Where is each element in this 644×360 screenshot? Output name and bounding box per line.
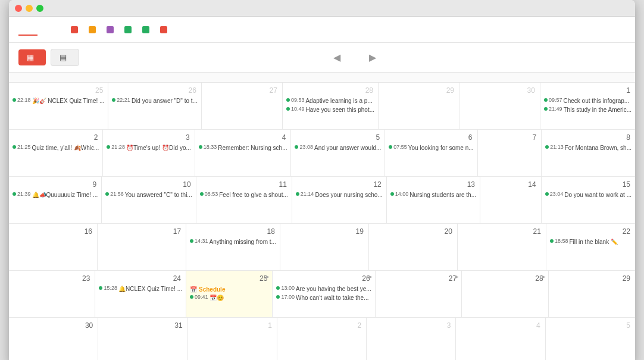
event-item-0[interactable]: 14:31 Anything missing from t... xyxy=(189,238,277,246)
event-item-0[interactable]: 21:56 You answered "C" to thi... xyxy=(104,191,193,199)
day-cell-w2-d0[interactable]: 921:39 🔔📣Quuuuuuiz Time! ... xyxy=(9,177,102,223)
event-item-0[interactable]: 21:14 Does your nursing scho... xyxy=(295,191,384,199)
day-number: 19 xyxy=(283,226,366,238)
day-cell-w2-d3[interactable]: 1221:14 Does your nursing scho... xyxy=(292,177,387,223)
event-item-0[interactable]: 18:33 Remember: Nursing sch... xyxy=(198,144,289,152)
schedule-label: Schedule xyxy=(199,286,225,293)
day-number: 11 xyxy=(199,179,289,191)
day-cell-w5-d1[interactable]: 31 xyxy=(98,318,187,360)
day-events: 23:04 Do you want to work at ... xyxy=(544,191,633,199)
day-cell-w3-d1[interactable]: 17 xyxy=(98,224,186,270)
day-cell-w3-d3[interactable]: 19 xyxy=(280,224,369,270)
day-cell-w3-d0[interactable]: 16 xyxy=(9,224,98,270)
day-cell-w4-d4[interactable]: ➤27 xyxy=(376,271,462,317)
event-time: 23:04 xyxy=(550,191,564,198)
day-cell-w5-d2[interactable]: 1 xyxy=(188,318,277,360)
event-item-0[interactable]: 18:58 Fill in the blank ✏️ xyxy=(549,238,633,246)
day-cell-w1-d1[interactable]: 321:28 ⏰Time's up! ⏰Did yo... xyxy=(103,130,195,176)
event-time: 23:08 xyxy=(299,144,313,151)
day-cell-w2-d1[interactable]: 1021:56 You answered "C" to thi... xyxy=(102,177,196,223)
event-item-0[interactable]: 22:18 🎉🎸 NCLEX Quiz Time! ... xyxy=(11,97,105,105)
event-item-0[interactable]: 08:53 Feel free to give a shout... xyxy=(199,191,289,199)
day-cell-w1-d3[interactable]: 523:08 And your answer would... xyxy=(291,130,385,176)
event-item-0[interactable]: 14:00 Nursing students are th... xyxy=(389,191,477,199)
week-button[interactable]: ▤ xyxy=(51,49,79,66)
event-item-1[interactable]: 10:49 Have you seen this phot... xyxy=(285,106,376,114)
day-number: 28 xyxy=(464,273,545,285)
day-cell-w2-d4[interactable]: 1314:00 Nursing students are th... xyxy=(387,177,480,223)
legend-scheduled-dot xyxy=(124,26,132,33)
tab-calendar[interactable] xyxy=(18,25,37,36)
event-item-1[interactable]: 21:49 This study in the Americ... xyxy=(543,106,633,114)
day-cell-w2-d5[interactable]: 14 xyxy=(480,177,542,223)
close-button[interactable] xyxy=(15,5,22,12)
minimize-button[interactable] xyxy=(26,5,33,12)
day-cell-w3-d6[interactable]: 2218:58 Fill in the blank ✏️ xyxy=(546,224,635,270)
day-cell-w4-d5[interactable]: ➤28 xyxy=(462,271,548,317)
event-text: Do you want to work at ... xyxy=(564,191,632,199)
day-cell-w4-d6[interactable]: 29 xyxy=(549,271,635,317)
day-cell-w1-d5[interactable]: 7 xyxy=(478,130,542,176)
day-cell-w1-d4[interactable]: 607:55 You looking for some n... xyxy=(385,130,477,176)
day-cell-w5-d0[interactable]: 30 xyxy=(9,318,98,360)
event-text: Feel free to give a shout... xyxy=(219,191,288,199)
event-item-0[interactable]: 13:00 Are you having the best ye... xyxy=(275,285,372,293)
day-number: 25 xyxy=(11,85,105,97)
day-events: 21:13 For Montana Brown, sh... xyxy=(544,144,633,152)
event-item-0[interactable]: 23:08 And your answer would... xyxy=(293,144,382,152)
day-cell-w1-d6[interactable]: 821:13 For Montana Brown, sh... xyxy=(542,130,635,176)
day-cell-w2-d6[interactable]: 1523:04 Do you want to work at ... xyxy=(542,177,635,223)
day-cell-w3-d5[interactable]: 21 xyxy=(458,224,546,270)
next-month-button[interactable]: ▶ xyxy=(364,49,381,66)
day-cell-w4-d0[interactable]: 23 xyxy=(9,271,95,317)
event-item-0[interactable]: 23:04 Do you want to work at ... xyxy=(544,191,633,199)
event-item-0[interactable]: 21:39 🔔📣Quuuuuuiz Time! ... xyxy=(11,191,99,199)
event-item-0[interactable]: 07:55 You looking for some n... xyxy=(387,144,474,152)
event-text: Quiz time, y'all! 🍂Whic... xyxy=(32,144,99,152)
event-time: 21:39 xyxy=(17,191,31,198)
day-cell-w0-d4[interactable]: 29 xyxy=(379,83,459,129)
tab-list[interactable] xyxy=(37,25,57,36)
event-item-1[interactable]: 17:00 Who can't wait to take the... xyxy=(275,294,372,302)
day-cell-w5-d3[interactable]: 2 xyxy=(277,318,367,360)
dow-mon xyxy=(9,73,98,82)
day-cell-w0-d1[interactable]: 2622:21 Did you answer "D" to t... xyxy=(108,83,202,129)
day-cell-w0-d6[interactable]: 109:57 Check out this infograp...21:49 T… xyxy=(540,83,635,129)
day-cell-w0-d5[interactable]: 30 xyxy=(459,83,540,129)
day-number: 3 xyxy=(105,132,192,144)
event-item-0[interactable]: 09:41 📅😊 xyxy=(189,294,270,302)
event-dot xyxy=(200,192,204,196)
day-events: 14:31 Anything missing from t... xyxy=(189,238,277,246)
day-cell-w1-d2[interactable]: 418:33 Remember: Nursing sch... xyxy=(195,130,292,176)
day-cell-w0-d0[interactable]: 2522:18 🎉🎸 NCLEX Quiz Time! ... xyxy=(9,83,108,129)
maximize-button[interactable] xyxy=(36,5,43,12)
day-cell-w3-d2[interactable]: 1814:31 Anything missing from t... xyxy=(186,224,280,270)
event-item-0[interactable]: 21:25 Quiz time, y'all! 🍂Whic... xyxy=(11,144,100,152)
day-cell-w4-d3[interactable]: ➤2613:00 Are you having the best ye...17… xyxy=(273,271,375,317)
event-item-0[interactable]: 22:21 Did you answer "D" to t... xyxy=(111,97,199,105)
day-cell-w5-d5[interactable]: 4 xyxy=(456,318,545,360)
event-item-0[interactable]: 09:57 Check out this infograp... xyxy=(543,97,633,105)
month-button[interactable]: ▦ xyxy=(18,49,46,65)
day-cell-w0-d3[interactable]: 2809:53 Adaptive learning is a p...10:49… xyxy=(283,83,379,129)
event-time: 14:31 xyxy=(195,238,208,245)
day-cell-w4-d2[interactable]: ➤25📅Schedule09:41 📅😊 xyxy=(186,271,273,317)
day-cell-w3-d4[interactable]: 20 xyxy=(369,224,458,270)
day-cell-w4-d1[interactable]: 2415:28 🔔NCLEX Quiz Time! ... xyxy=(95,271,186,317)
day-number: 14 xyxy=(483,179,539,191)
day-events: 14:00 Nursing students are th... xyxy=(389,191,477,199)
day-cell-w5-d4[interactable]: 3 xyxy=(367,318,456,360)
day-cell-w2-d2[interactable]: 1108:53 Feel free to give a shout... xyxy=(196,177,292,223)
event-item-0[interactable]: 21:28 ⏰Time's up! ⏰Did yo... xyxy=(105,144,192,152)
event-item-0[interactable]: 21:13 For Montana Brown, sh... xyxy=(544,144,633,152)
event-text: Nursing students are th... xyxy=(409,191,476,199)
day-cell-w5-d6[interactable]: 5 xyxy=(546,318,635,360)
schedule-tag[interactable]: 📅Schedule xyxy=(189,285,270,294)
day-cell-w1-d0[interactable]: 221:25 Quiz time, y'all! 🍂Whic... xyxy=(9,130,103,176)
day-cell-w0-d2[interactable]: 27 xyxy=(202,83,283,129)
calendar-body: 2522:18 🎉🎸 NCLEX Quiz Time! ...2622:21 D… xyxy=(9,83,635,360)
event-item-0[interactable]: 15:28 🔔NCLEX Quiz Time! ... xyxy=(98,285,183,293)
prev-month-button[interactable]: ◀ xyxy=(329,49,345,66)
event-item-0[interactable]: 09:53 Adaptive learning is a p... xyxy=(285,97,376,105)
event-dot xyxy=(190,295,193,299)
